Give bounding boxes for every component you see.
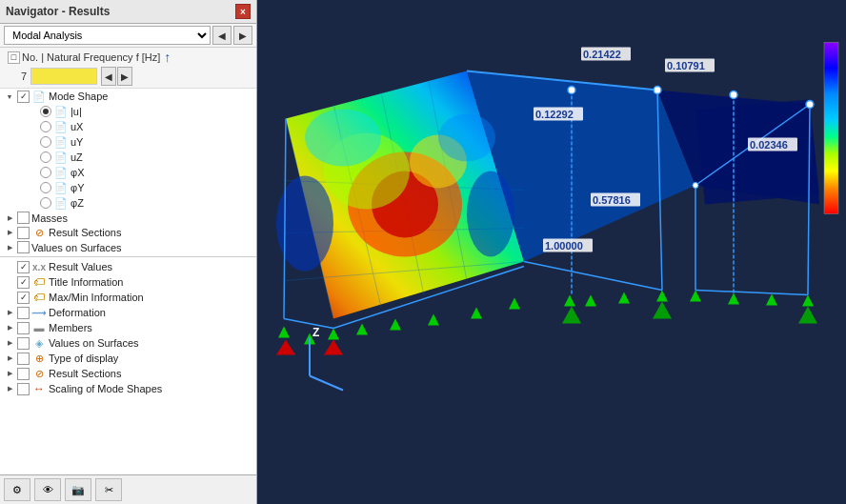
tree-item-masses[interactable]: Masses [0, 211, 256, 225]
tree-item-ux[interactable]: 📄 uX [0, 119, 256, 134]
svg-marker-4 [695, 100, 819, 205]
svg-text:0.10791: 0.10791 [667, 60, 705, 71]
u-label: |u| [70, 106, 82, 117]
nav-toolbar: Modal Analysis ◀ ▶ [0, 24, 256, 48]
expand-values-surfaces-top-icon[interactable] [4, 242, 15, 253]
tree-item-mode-shape[interactable]: 📄 Mode Shape [0, 89, 256, 104]
radio-phiy[interactable] [40, 182, 51, 193]
values-surfaces2-label: Values on Surfaces [49, 337, 139, 349]
expand-masses-icon[interactable] [4, 212, 15, 224]
tree-item-values-surfaces2[interactable]: ◈ Values on Surfaces [0, 335, 256, 351]
checkbox-scaling[interactable] [17, 383, 30, 395]
members-icon: ▬ [31, 321, 47, 334]
tree-item-members[interactable]: ▬ Members [0, 320, 256, 335]
tree-item-result-sections2[interactable]: ⊘ Result Sections [0, 366, 256, 381]
deformation-label: Deformation [49, 307, 106, 318]
tree-item-title-info[interactable]: 🏷 Title Information [0, 274, 256, 290]
tree-item-uz[interactable]: 📄 uZ [0, 150, 256, 165]
viewport[interactable]: Z 0.10791 0.21422 0.12292 1.00000 0.5781… [257, 0, 846, 504]
values-surfaces2-icon: ◈ [31, 336, 47, 350]
nav-next-button[interactable]: ▶ [233, 26, 252, 45]
result-sections-top-icon: ⊘ [31, 226, 47, 239]
tree-item-phiz[interactable]: 📄 φZ [0, 195, 256, 211]
expand-result-sections2-icon[interactable] [4, 368, 15, 379]
radio-uz[interactable] [40, 151, 51, 163]
title-info-icon: 🏷 [31, 275, 47, 289]
nav-bottom-toolbar: ⚙ 👁 📷 ✂ [0, 474, 256, 504]
bottom-settings-button[interactable]: ⚙ [4, 478, 30, 501]
tree-item-values-surfaces-top[interactable]: Values on Surfaces [0, 240, 256, 254]
checkbox-masses[interactable] [17, 212, 30, 224]
freq-arrow-icon: ↑ [164, 50, 171, 65]
values-surfaces-top-label: Values on Surfaces [31, 242, 122, 253]
tree-item-u[interactable]: 📄 |u| [0, 104, 256, 119]
type-display-icon: ⊕ [31, 352, 47, 365]
checkbox-deformation[interactable] [17, 307, 30, 319]
checkbox-values-surfaces-top[interactable] [17, 241, 30, 253]
analysis-dropdown[interactable]: Modal Analysis [4, 26, 211, 45]
expand-uy-icon [27, 136, 38, 148]
navigator-panel: Navigator - Results × Modal Analysis ◀ ▶… [0, 0, 257, 504]
tree-item-result-sections-top[interactable]: ⊘ Result Sections [0, 225, 256, 240]
svg-point-36 [693, 183, 698, 189]
radio-u[interactable] [40, 106, 51, 117]
checkbox-mode-shape[interactable] [17, 91, 30, 103]
expand-result-sections-top-icon[interactable] [4, 227, 15, 238]
scaling-icon: ↔ [31, 382, 47, 395]
radio-phix[interactable] [40, 167, 51, 178]
svg-text:0.12292: 0.12292 [535, 109, 574, 120]
svg-point-35 [806, 101, 814, 109]
title-info-label: Title Information [49, 276, 123, 288]
freq-prev-btn[interactable]: ◀ [101, 67, 116, 86]
nav-prev-button[interactable]: ◀ [212, 26, 232, 45]
ux-label: uX [70, 121, 83, 132]
tree-item-phiy[interactable]: 📄 φY [0, 180, 256, 195]
freq-value-input[interactable]: 63.751 [30, 68, 97, 85]
tree-item-phix[interactable]: 📄 φX [0, 165, 256, 180]
freq-no-label: 7 [21, 71, 27, 82]
masses-label: Masses [31, 212, 68, 224]
expand-values-surfaces2-icon[interactable] [4, 337, 15, 349]
expand-scaling-icon[interactable] [4, 383, 15, 394]
radio-uy[interactable] [40, 136, 51, 148]
mode-shape-label: Mode Shape [49, 91, 108, 102]
tree-item-type-display[interactable]: ⊕ Type of display [0, 351, 256, 366]
checkbox-result-values[interactable] [17, 261, 30, 273]
nav-close-button[interactable]: × [235, 4, 251, 19]
checkbox-title-info[interactable] [17, 276, 30, 289]
tree-item-scaling[interactable]: ↔ Scaling of Mode Shapes [0, 381, 256, 396]
svg-point-16 [305, 110, 381, 167]
bottom-camera-button[interactable]: 📷 [65, 478, 91, 501]
freq-next-btn[interactable]: ▶ [117, 67, 132, 86]
expand-phiz-icon [27, 197, 38, 209]
uz-icon: 📄 [53, 151, 69, 164]
tree-item-result-values[interactable]: x.x Result Values [0, 259, 256, 274]
checkbox-values-surfaces2[interactable] [17, 337, 30, 350]
svg-text:0.21422: 0.21422 [583, 49, 621, 60]
radio-phiz[interactable] [40, 197, 51, 209]
tree-item-uy[interactable]: 📄 uY [0, 134, 256, 150]
maxmin-info-label: Max/Min Information [49, 292, 144, 303]
app-container: Navigator - Results × Modal Analysis ◀ ▶… [0, 0, 846, 504]
freq-row-checkbox[interactable]: □ [8, 51, 20, 64]
expand-deformation-icon[interactable] [4, 307, 15, 318]
checkbox-result-sections-top[interactable] [17, 227, 30, 239]
phix-icon: 📄 [53, 166, 69, 179]
checkbox-members[interactable] [17, 322, 30, 334]
expand-result-values-icon [4, 261, 15, 272]
expand-type-display-icon[interactable] [4, 353, 15, 364]
checkbox-maxmin-info[interactable] [17, 292, 30, 304]
expand-uz-icon [27, 151, 38, 163]
checkbox-result-sections2[interactable] [17, 368, 30, 380]
bottom-scissors-button[interactable]: ✂ [95, 478, 122, 501]
tree-separator [0, 256, 256, 257]
expand-mode-shape-icon[interactable] [4, 91, 15, 102]
tree-item-maxmin-info[interactable]: 🏷 Max/Min Information [0, 290, 256, 305]
tree-item-deformation[interactable]: ⟿ Deformation [0, 305, 256, 320]
expand-members-icon[interactable] [4, 322, 15, 333]
nav-tree: 📄 Mode Shape 📄 |u| 📄 uX [0, 89, 256, 474]
radio-ux[interactable] [40, 121, 51, 132]
phix-label: φX [70, 167, 84, 178]
bottom-eye-button[interactable]: 👁 [34, 478, 61, 501]
checkbox-type-display[interactable] [17, 353, 30, 365]
